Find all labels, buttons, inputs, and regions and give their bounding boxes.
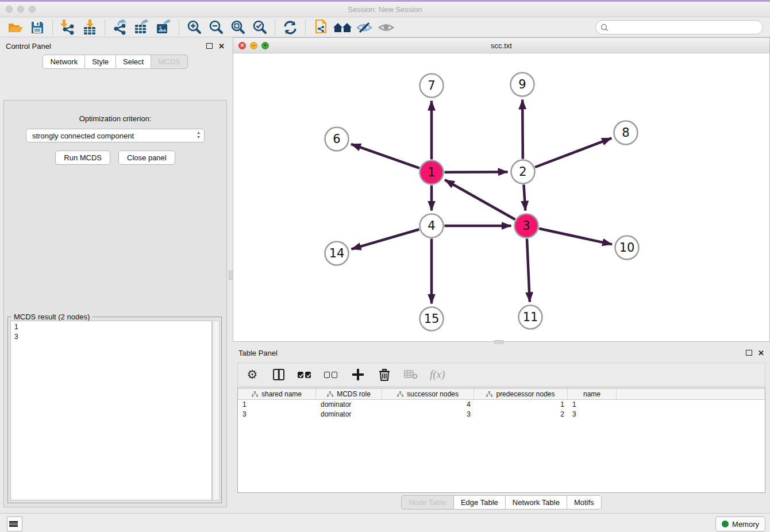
table-cell[interactable]: 3 (238, 410, 316, 419)
table-cell[interactable]: dominator (316, 400, 382, 410)
toolbar-separator (275, 20, 275, 35)
network-file-icon (313, 20, 329, 36)
zoom-selected-icon (252, 20, 268, 35)
refresh-layout-button[interactable] (279, 19, 301, 36)
table-row[interactable]: 3dominator323 (238, 410, 765, 419)
optimization-select[interactable]: strongly connected component ▲▼ (26, 129, 205, 142)
home-button[interactable] (332, 19, 353, 36)
eye-icon (378, 21, 395, 34)
application-window: Session: New Session (0, 0, 770, 532)
deselect-all-button[interactable] (324, 367, 339, 382)
import-table-button[interactable] (79, 19, 101, 36)
edge-1-2[interactable] (444, 172, 507, 172)
function-builder-button[interactable]: f(x) (430, 367, 445, 382)
table-options-button[interactable]: ⚙ (245, 367, 260, 382)
zoom-fit-button[interactable] (227, 19, 249, 36)
table-row[interactable]: 1dominator411 (238, 400, 765, 410)
memory-button[interactable]: Memory (715, 516, 765, 531)
column-header-predecessor-nodes[interactable]: predecessor nodes (474, 388, 568, 399)
table-cell[interactable]: 4 (382, 400, 474, 410)
tab-network[interactable]: Network (43, 55, 85, 69)
add-column-button[interactable] (351, 367, 365, 382)
tab-edge-table[interactable]: Edge Table (454, 495, 506, 510)
column-header-mcds-role[interactable]: MCDS role (316, 388, 382, 399)
table-cell[interactable]: 3 (382, 410, 474, 419)
edge-2-8[interactable] (535, 138, 611, 167)
toolbar-separator (179, 20, 179, 35)
edge-3-10[interactable] (539, 229, 612, 245)
float-table-panel-icon[interactable] (746, 350, 752, 356)
network-overview-button[interactable] (310, 19, 332, 36)
node-label-2: 2 (519, 165, 526, 179)
delete-column-button[interactable] (377, 367, 392, 382)
table-cell[interactable]: 2 (474, 410, 568, 419)
select-stepper-icon: ▲▼ (197, 130, 201, 140)
task-history-button[interactable] (7, 516, 22, 531)
table-header-row: shared nameMCDS rolesuccessor nodesprede… (238, 388, 765, 400)
close-panel-button[interactable]: Close panel (118, 151, 175, 165)
export-table-button[interactable] (131, 19, 153, 36)
network-window-titlebar[interactable]: ✕ – + scc.txt (233, 38, 769, 53)
control-panel-header: Control Panel ✕ (0, 37, 230, 55)
table-cell[interactable]: 1 (238, 400, 316, 410)
save-session-button[interactable] (26, 19, 48, 36)
mcds-result-title: MCDS result (2 nodes) (11, 313, 92, 321)
node-label-4: 4 (428, 219, 435, 233)
edge-4-14[interactable] (351, 229, 419, 249)
zoom-out-button[interactable] (205, 19, 227, 36)
tab-motifs[interactable]: Motifs (567, 495, 602, 510)
optimization-label: Optimization criterion: (4, 114, 226, 123)
export-image-button[interactable] (153, 19, 175, 36)
result-scrollbar[interactable] (213, 321, 220, 500)
tab-node-table[interactable]: Node Table (401, 495, 454, 510)
search-field[interactable] (595, 20, 763, 34)
table-body: 1dominator4113dominator323 (238, 400, 765, 419)
tab-style[interactable]: Style (85, 55, 116, 69)
node-label-8: 8 (622, 126, 629, 140)
control-panel: Control Panel ✕ NetworkStyleSelectMCDS O… (0, 37, 230, 512)
table-cell[interactable]: 1 (474, 400, 568, 410)
search-input[interactable] (611, 23, 763, 32)
node-label-1: 1 (428, 165, 435, 179)
network-view-window: ✕ – + scc.txt 1234678910111415 (233, 37, 770, 342)
open-session-button[interactable] (5, 19, 26, 36)
close-panel-icon[interactable]: ✕ (218, 43, 225, 50)
control-panel-title: Control Panel (6, 42, 51, 51)
mcds-result-list[interactable]: 13 (10, 321, 212, 500)
table-panel-title: Table Panel (238, 349, 278, 357)
table-cell[interactable]: 3 (568, 410, 617, 419)
float-panel-icon[interactable] (206, 43, 213, 49)
table-panel-header: Table Panel ✕ (233, 344, 770, 361)
run-mcds-button[interactable]: Run MCDS (55, 151, 110, 165)
column-header-shared-name[interactable]: shared name (238, 388, 316, 399)
select-all-button[interactable] (298, 367, 313, 382)
edge-3-1[interactable] (445, 180, 515, 219)
table-cell[interactable]: dominator (316, 410, 382, 419)
show-panel-button[interactable] (375, 19, 397, 36)
column-header-successor-nodes[interactable]: successor nodes (382, 388, 474, 399)
tab-network-table[interactable]: Network Table (506, 495, 567, 510)
show-columns-button[interactable] (271, 367, 286, 382)
zoom-fit-icon (230, 20, 246, 35)
close-table-panel-icon[interactable]: ✕ (758, 349, 764, 357)
node-label-7: 7 (428, 79, 435, 92)
edge-3-11[interactable] (527, 238, 530, 302)
tab-select[interactable]: Select (116, 55, 151, 69)
import-network-button[interactable] (57, 19, 79, 36)
hide-panel-button[interactable] (353, 19, 375, 36)
column-header-name[interactable]: name (568, 388, 617, 399)
delete-table-button[interactable] (403, 367, 418, 382)
export-table-icon (134, 20, 150, 35)
network-canvas[interactable]: 1234678910111415 (233, 53, 769, 341)
unchecked-box-icon (332, 372, 337, 378)
zoom-in-button[interactable] (183, 19, 205, 36)
tab-mcds[interactable]: MCDS (151, 55, 187, 69)
edge-1-6[interactable] (351, 144, 419, 168)
table-cell[interactable]: 1 (568, 400, 617, 410)
zoom-selected-button[interactable] (249, 19, 271, 36)
edge-2-9[interactable] (522, 99, 523, 159)
node-table: shared nameMCDS rolesuccessor nodesprede… (237, 388, 765, 493)
edge-2-3[interactable] (523, 184, 525, 210)
sort-hierarchy-icon (327, 391, 333, 397)
export-network-button[interactable] (109, 19, 131, 36)
